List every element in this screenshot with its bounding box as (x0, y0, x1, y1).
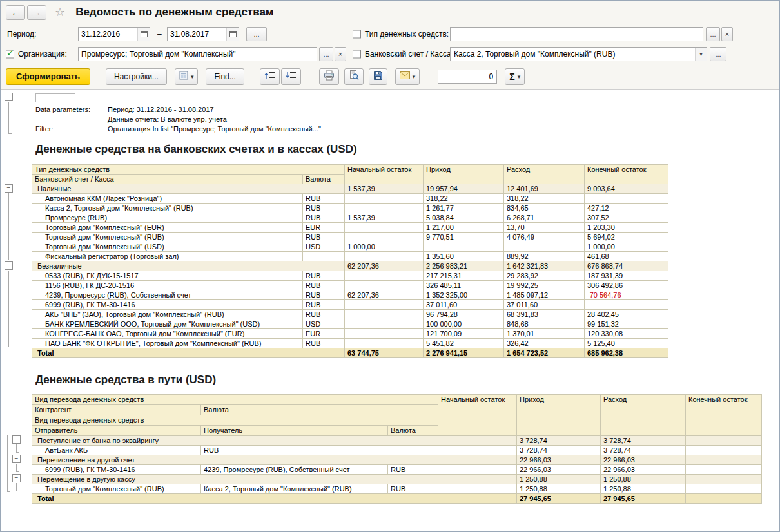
cell-amount[interactable]: 22 966,03 (601, 455, 686, 465)
cash-type-checkbox[interactable] (353, 30, 361, 38)
cell-amount[interactable]: 2 256 983,21 (424, 261, 504, 271)
cell-amount[interactable] (345, 339, 424, 348)
cell-currency[interactable]: RUB (303, 194, 345, 204)
col-header-sender[interactable]: Отправитель (32, 426, 201, 436)
cell-amount[interactable] (345, 281, 424, 290)
group-toggle-move[interactable]: − (12, 474, 21, 482)
cell-group-name[interactable]: Безналичные (32, 261, 345, 271)
cell-amount[interactable] (585, 194, 668, 204)
counter-input[interactable] (438, 70, 497, 84)
cell-amount[interactable]: 62 207,36 (345, 290, 424, 300)
col-header-closing[interactable]: Конечный остаток (686, 395, 762, 436)
col-header-closing[interactable]: Конечный остаток (585, 165, 668, 184)
cell-amount[interactable]: 1 217,00 (424, 223, 504, 233)
cell-amount[interactable] (345, 233, 424, 242)
cell-amount[interactable]: 217 215,31 (424, 271, 504, 281)
cell-currency[interactable]: RUB (303, 204, 345, 213)
cell-group-name[interactable]: Перемещение в другую кассу (32, 475, 438, 484)
cell-amount[interactable]: 1 537,39 (345, 184, 424, 194)
organization-more-button[interactable]: ... (319, 47, 333, 61)
date-from-input[interactable] (79, 30, 137, 39)
cell-amount[interactable]: 187 931,39 (585, 271, 668, 281)
cell-amount[interactable]: 461,68 (585, 252, 668, 261)
cell-currency[interactable]: USD (303, 242, 345, 252)
cell-amount[interactable]: 1 203,30 (585, 223, 668, 233)
col-header-currency[interactable]: Валюта (201, 405, 438, 415)
cell-amount[interactable]: 19 957,94 (424, 184, 504, 194)
cell-amount[interactable]: 834,65 (504, 204, 585, 213)
cell-amount[interactable]: 28 402,45 (585, 310, 668, 319)
generate-button[interactable]: Сформировать (6, 68, 90, 85)
cell-group-name[interactable]: Перечисление на другой счет (32, 455, 438, 465)
cell-group-name[interactable]: Поступление от банка по эквайрингу (32, 436, 438, 446)
cell-amount[interactable]: 22 966,03 (601, 465, 686, 475)
cell-amount[interactable] (438, 475, 517, 484)
col-header-transfer-kind[interactable]: Вид перевода денежных средств (32, 395, 438, 405)
cell-amount[interactable]: 29 283,92 (504, 271, 585, 281)
cell-account-name[interactable]: БАНК КРЕМЛЕВСКИЙ ООО, Торговый дом "Комп… (32, 319, 303, 329)
forward-button[interactable]: → (27, 5, 46, 20)
cell-amount[interactable]: 22 966,03 (517, 455, 601, 465)
active-cell[interactable] (35, 93, 75, 102)
settings-button[interactable]: Настройки... (106, 68, 167, 85)
cell-amount[interactable]: 685 962,38 (585, 348, 668, 358)
cell-currency[interactable]: RUB (201, 446, 438, 455)
account-combo[interactable]: Касса 2, Торговый дом "Комплексный" (RUB… (450, 47, 707, 61)
group-toggle-acquiring[interactable]: − (12, 435, 21, 444)
cell-amount[interactable]: 1 642 321,83 (504, 261, 585, 271)
cell-receiver[interactable]: Касса 2, Торговый дом "Комплексный" (RUB… (201, 484, 388, 494)
cell-amount[interactable]: 9 770,51 (424, 233, 504, 242)
cell-amount[interactable] (345, 252, 424, 261)
col-header-income[interactable]: Приход (517, 395, 601, 436)
col-header-income[interactable]: Приход (424, 165, 504, 184)
print-preview-button[interactable] (344, 68, 364, 85)
cell-amount[interactable]: 1 250,88 (517, 484, 601, 494)
find-button[interactable]: Find... (206, 68, 244, 85)
cell-amount[interactable]: 6 268,71 (504, 213, 585, 223)
cell-amount[interactable] (345, 271, 424, 281)
cell-amount[interactable]: 63 744,75 (345, 348, 424, 358)
cell-amount[interactable] (438, 484, 517, 494)
cell-amount[interactable]: 1 654 723,52 (504, 348, 585, 358)
cell-amount[interactable]: 306 492,86 (585, 281, 668, 290)
cell-amount[interactable] (686, 494, 762, 504)
send-mail-button[interactable]: ▾ (395, 68, 420, 85)
cell-amount[interactable] (345, 204, 424, 213)
cell-amount[interactable]: 326 485,11 (424, 281, 504, 290)
cell-amount[interactable]: 318,22 (424, 194, 504, 204)
cell-currency[interactable]: RUB (303, 213, 345, 223)
cell-amount[interactable]: 2 276 941,15 (424, 348, 504, 358)
cell-amount[interactable]: 307,52 (585, 213, 668, 223)
cell-account-name[interactable]: 1156 (RUB), ГК ДС-20-1516 (32, 281, 303, 290)
cell-amount[interactable]: 1 485 097,12 (504, 290, 585, 300)
cell-currency[interactable]: RUB (303, 271, 345, 281)
save-button[interactable] (369, 68, 387, 85)
cell-currency[interactable]: RUB (303, 310, 345, 319)
cell-currency[interactable]: EUR (303, 223, 345, 233)
cell-currency[interactable]: RUB (303, 339, 345, 348)
cell-account-name[interactable]: Автономная ККМ (Ларек "Розница") (32, 194, 303, 204)
cell-amount[interactable] (345, 310, 424, 319)
period-more-button[interactable]: ... (246, 27, 267, 41)
cell-amount[interactable]: 5 694,02 (585, 233, 668, 242)
sum-button[interactable]: Σ ▾ (505, 68, 525, 85)
cell-account-name[interactable]: Фискальный регистратор (Торговый зал) (32, 252, 303, 261)
cell-amount[interactable] (438, 455, 517, 465)
cell-amount[interactable]: 1 352 325,00 (424, 290, 504, 300)
cell-amount[interactable]: 5 125,40 (585, 339, 668, 348)
col-header-expense[interactable]: Расход (601, 395, 686, 436)
date-to-input[interactable] (168, 30, 226, 39)
cell-total-label[interactable]: Total (32, 494, 438, 504)
print-button[interactable] (319, 68, 339, 85)
cell-amount[interactable]: 99 151,32 (585, 319, 668, 329)
cell-amount[interactable] (686, 465, 762, 475)
cell-amount[interactable]: 4 076,49 (504, 233, 585, 242)
cell-amount[interactable] (438, 465, 517, 475)
cell-account-name[interactable]: Касса 2, Торговый дом "Комплексный" (RUB… (32, 204, 303, 213)
col-header-opening[interactable]: Начальный остаток (438, 395, 517, 436)
organization-clear-button[interactable]: × (335, 47, 346, 61)
col-header-cash-type[interactable]: Тип денежных средств (32, 165, 345, 175)
cell-amount[interactable]: 1 250,88 (517, 475, 601, 484)
cell-currency[interactable]: RUB (303, 290, 345, 300)
cell-amount[interactable]: 1 000,00 (345, 242, 424, 252)
